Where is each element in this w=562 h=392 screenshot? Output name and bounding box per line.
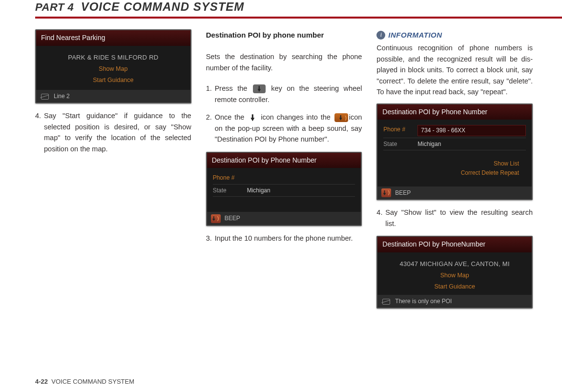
footer-section: VOICE COMMAND SYSTEM xyxy=(51,378,134,385)
information-heading: i INFORMATION xyxy=(376,29,533,41)
part-label: PART 4 xyxy=(35,1,74,13)
state-value: Michigan xyxy=(247,186,271,195)
screenshot-body: PARK & RIDE S MILFORD RD Show Map Start … xyxy=(36,46,190,90)
column-1: Find Nearest Parking PARK & RIDE S MILFO… xyxy=(35,29,191,315)
step-text: Once the icon changes into the icon on t… xyxy=(215,112,362,144)
state-row: State Michigan xyxy=(213,185,355,197)
poi-name: PARK & RIDE S MILFORD RD xyxy=(36,53,190,62)
step-number: 4. xyxy=(35,110,44,154)
phone-value: 734 - 398 - 66XX xyxy=(417,125,526,136)
voice-beep-icon xyxy=(381,188,391,197)
step-3: 3. Input the 10 numbers for the phone nu… xyxy=(206,233,362,244)
footer-text: BEEP xyxy=(225,214,240,223)
cancel-icon xyxy=(40,92,50,100)
screenshot-footer: Line 2 xyxy=(36,90,190,103)
action-start-guidance: Start Guidance xyxy=(377,282,532,291)
phone-row: Phone # 734 - 398 - 66XX xyxy=(383,124,526,138)
screenshot-footer: BEEP xyxy=(377,186,532,200)
info-icon: i xyxy=(376,31,385,40)
page-footer: 4-22 VOICE COMMAND SYSTEM xyxy=(35,378,134,385)
cancel-icon xyxy=(381,297,391,305)
step-text: Input the 10 numbers for the phone num­b… xyxy=(215,233,362,244)
screenshot-body: Phone # 734 - 398 - 66XX State Michigan … xyxy=(377,120,532,186)
action-show-map: Show Map xyxy=(36,64,190,74)
voice-key-icon xyxy=(253,84,266,93)
screenshot-title: Destination POI by Phone Number xyxy=(207,153,361,168)
action-correct-delete-repeat: Correct Delete Repeat xyxy=(383,168,519,178)
step2-b: icon changes into the xyxy=(258,113,333,121)
screenshot-body: 43047 MICHIGAN AVE, CANTON, MI Show Map … xyxy=(377,252,532,295)
state-label: State xyxy=(213,186,247,195)
page-title: VOICE COMMAND SYSTEM xyxy=(81,0,245,13)
step-text: Say "Show list" to view the resulting se… xyxy=(385,207,533,229)
section-intro: Sets the destination by searching the ph… xyxy=(206,51,362,73)
step-1: 1. Press the key on the steering wheel r… xyxy=(206,83,362,105)
step2-a: Once the xyxy=(215,113,248,121)
action-list: Show List Correct Delete Repeat xyxy=(383,150,526,179)
phone-label: Phone # xyxy=(213,173,247,183)
action-start-guidance: Start Guidance xyxy=(36,76,190,85)
state-label: State xyxy=(383,140,417,149)
step-4: 4. Say "Start guidance" if guidance to t… xyxy=(35,110,191,154)
screenshot-title: Destination POI by Phone Number xyxy=(377,104,532,120)
column-2: Destination POI by phone number Sets the… xyxy=(206,29,362,315)
info-label: INFORMATION xyxy=(388,29,442,41)
section-heading: Destination POI by phone number xyxy=(206,29,362,41)
content-columns: Find Nearest Parking PARK & RIDE S MILFO… xyxy=(0,29,562,315)
info-text: Continuous recognition of phone numbers … xyxy=(376,42,533,97)
screenshot-poi-result: Destination POI by PhoneNumber 43047 MIC… xyxy=(376,236,533,309)
phone-row: Phone # xyxy=(213,172,355,185)
step-number: 1. xyxy=(206,83,215,105)
page-number: 4-22 xyxy=(35,378,48,385)
screenshot-poi-phone-filled: Destination POI by Phone Number Phone # … xyxy=(376,103,533,201)
step-text: Say "Start guidance" if guidance to the … xyxy=(44,110,191,154)
screenshot-footer: There is only one POI xyxy=(377,295,532,308)
voice-plain-icon xyxy=(248,113,257,122)
step-text: Press the key on the steering wheel remo… xyxy=(215,83,362,105)
screenshot-poi-phone-blank: Destination POI by Phone Number Phone # … xyxy=(206,152,362,226)
step-2: 2. Once the icon changes into the icon o… xyxy=(206,112,362,144)
step-4b: 4. Say "Show list" to view the resulting… xyxy=(376,207,533,229)
screenshot-body: Phone # State Michigan xyxy=(207,168,361,212)
step1-a: Press the xyxy=(215,84,252,92)
state-value: Michigan xyxy=(417,140,441,149)
action-show-list: Show List xyxy=(383,159,519,168)
step-number: 3. xyxy=(206,233,215,244)
result-address: 43047 MICHIGAN AVE, CANTON, MI xyxy=(377,259,532,269)
voice-active-icon xyxy=(334,113,348,122)
footer-text: There is only one POI xyxy=(395,297,452,306)
step-number: 2. xyxy=(206,112,215,144)
footer-text: Line 2 xyxy=(54,92,70,101)
page-header: PART 4 VOICE COMMAND SYSTEM xyxy=(35,0,562,19)
footer-text: BEEP xyxy=(395,188,411,198)
phone-label: Phone # xyxy=(383,125,417,136)
screenshot-title: Find Nearest Parking xyxy=(36,30,190,46)
screenshot-find-parking: Find Nearest Parking PARK & RIDE S MILFO… xyxy=(35,29,191,103)
column-3: i INFORMATION Continuous recognition of … xyxy=(376,29,533,315)
screenshot-title: Destination POI by PhoneNumber xyxy=(377,237,532,252)
screenshot-footer: BEEP xyxy=(207,212,361,225)
state-row: State Michigan xyxy=(383,138,526,151)
step-number: 4. xyxy=(376,207,385,229)
action-show-map: Show Map xyxy=(377,271,532,280)
voice-beep-icon xyxy=(211,214,221,223)
